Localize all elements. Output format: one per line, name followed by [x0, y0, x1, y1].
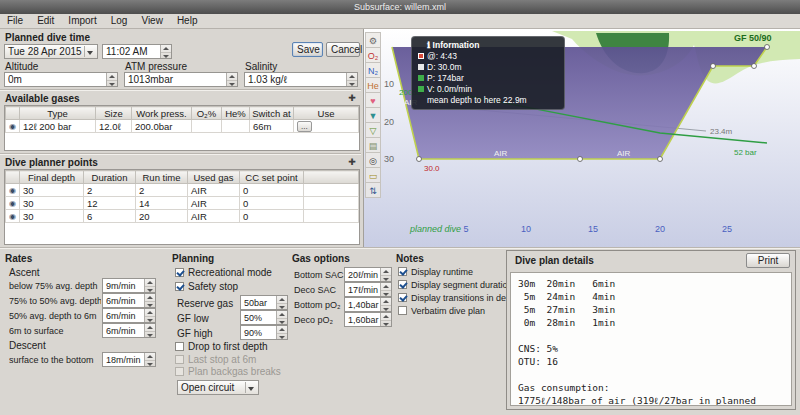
- profile-waypoint-handle[interactable]: [711, 64, 716, 69]
- dc-ceiling-icon[interactable]: ▼: [365, 107, 381, 123]
- cc-set-point-cell[interactable]: 0: [240, 197, 304, 210]
- circuit-mode-dropdown[interactable]: Open circuit: [177, 380, 259, 395]
- spinner-arrows-icon[interactable]: [144, 324, 155, 337]
- gf-high-spinner[interactable]: 90%: [240, 325, 288, 340]
- used-gas-cell[interactable]: AIR: [188, 197, 240, 210]
- menu-import[interactable]: Import: [61, 14, 103, 28]
- gf-low-spinner[interactable]: 50%: [240, 310, 288, 325]
- photos-icon[interactable]: ◎: [365, 152, 381, 168]
- graph-settings-icon[interactable]: ⚙: [365, 32, 381, 48]
- spinner-arrows-icon[interactable]: [160, 45, 171, 58]
- ascent-rate-75-spinner[interactable]: 9m/min: [102, 278, 156, 293]
- gas-use-cell[interactable]: ...: [294, 120, 359, 133]
- gas-col-type[interactable]: Type: [20, 107, 96, 120]
- ascent-rate-stops-spinner[interactable]: 6m/min: [102, 308, 156, 323]
- gas-col-size[interactable]: Size: [96, 107, 132, 120]
- menu-help[interactable]: Help: [170, 14, 205, 28]
- duration-cell[interactable]: 2: [84, 184, 136, 197]
- gas-col-workpress[interactable]: Work press.: [132, 107, 192, 120]
- menu-log[interactable]: Log: [104, 14, 135, 28]
- gas-table-row[interactable]: ◉ 12ℓ 200 bar 12.0ℓ 200.0bar 66m ...: [6, 120, 359, 133]
- run-time-cell[interactable]: 20: [136, 210, 188, 223]
- scale-icon[interactable]: ⇅: [365, 182, 381, 198]
- spinner-arrows-icon[interactable]: [380, 283, 391, 296]
- recreational-mode-checkbox[interactable]: [175, 268, 184, 277]
- po2-graph-icon[interactable]: O₂: [365, 47, 381, 63]
- calc-ceiling-icon[interactable]: ▽: [365, 122, 381, 138]
- save-button[interactable]: Save: [292, 42, 323, 57]
- altitude-field[interactable]: 0m: [4, 72, 118, 87]
- spinner-arrows-icon[interactable]: [276, 326, 287, 339]
- spinner-arrows-icon[interactable]: [106, 73, 117, 86]
- verbatim-dive-plan-checkbox[interactable]: [398, 306, 407, 315]
- spinner-arrows-icon[interactable]: [380, 298, 391, 311]
- used-gas-cell[interactable]: AIR: [188, 184, 240, 197]
- print-button[interactable]: Print: [746, 253, 790, 268]
- gas-col-he[interactable]: He%: [222, 107, 250, 120]
- tissues-icon[interactable]: ▤: [365, 137, 381, 153]
- gas-col-use[interactable]: Use: [294, 107, 359, 120]
- atm-pressure-field[interactable]: 1013mbar: [124, 72, 238, 87]
- add-planner-point-button[interactable]: ✚: [346, 156, 358, 168]
- spinner-arrows-icon[interactable]: [380, 313, 391, 326]
- profile-waypoint-handle[interactable]: [578, 157, 583, 162]
- gas-switch-at-cell[interactable]: 66m: [250, 120, 294, 133]
- duration-cell[interactable]: 6: [84, 210, 136, 223]
- salinity-field[interactable]: 1.03 kg/ℓ: [244, 72, 358, 87]
- spinner-arrows-icon[interactable]: [144, 279, 155, 292]
- cc-set-point-cell[interactable]: 0: [240, 210, 304, 223]
- used-gas-cell[interactable]: AIR: [188, 210, 240, 223]
- deco-sac-spinner[interactable]: 17ℓ/min: [344, 282, 392, 297]
- menu-view[interactable]: View: [134, 14, 170, 28]
- menu-file[interactable]: File: [0, 14, 30, 28]
- spinner-arrows-icon[interactable]: [276, 311, 287, 324]
- reserve-gas-spinner[interactable]: 50bar: [240, 295, 288, 310]
- drop-to-first-depth-checkbox[interactable]: [175, 342, 184, 351]
- gas-size-cell[interactable]: 12.0ℓ: [96, 120, 132, 133]
- point-col-run-time[interactable]: Run time: [136, 171, 188, 184]
- gas-type-cell[interactable]: 12ℓ 200 bar: [20, 120, 96, 133]
- phe-graph-icon[interactable]: He: [365, 77, 381, 93]
- display-segment-duration-checkbox[interactable]: [398, 280, 407, 289]
- spinner-arrows-icon[interactable]: [144, 309, 155, 322]
- spinner-arrows-icon[interactable]: [144, 294, 155, 307]
- point-col-duration[interactable]: Duration: [84, 171, 136, 184]
- more-icon[interactable]: ...: [297, 121, 312, 132]
- spinner-arrows-icon[interactable]: [144, 353, 155, 366]
- profile-waypoint-handle[interactable]: [752, 64, 757, 69]
- delete-point-icon[interactable]: ◉: [9, 199, 16, 208]
- gas-o2-cell[interactable]: [192, 120, 222, 133]
- final-depth-cell[interactable]: 30: [20, 210, 84, 223]
- ascent-rate-last6m-spinner[interactable]: 6m/min: [102, 323, 156, 338]
- add-gas-button[interactable]: ✚: [346, 92, 358, 104]
- chevron-down-icon[interactable]: [84, 46, 96, 57]
- delete-gas-icon[interactable]: ◉: [9, 122, 16, 131]
- planner-point-row[interactable]: ◉ 30 12 14 AIR 0: [6, 197, 359, 210]
- delete-point-icon[interactable]: ◉: [9, 212, 16, 221]
- cancel-button[interactable]: Cancel: [326, 42, 360, 57]
- spinner-arrows-icon[interactable]: [380, 268, 391, 281]
- spinner-arrows-icon[interactable]: [346, 73, 357, 86]
- run-time-cell[interactable]: 14: [136, 197, 188, 210]
- final-depth-cell[interactable]: 30: [20, 184, 84, 197]
- display-transitions-checkbox[interactable]: [398, 293, 407, 302]
- safety-stop-checkbox[interactable]: [175, 282, 184, 291]
- gas-he-cell[interactable]: [222, 120, 250, 133]
- gas-workpress-cell[interactable]: 200.0bar: [132, 120, 192, 133]
- delete-point-icon[interactable]: ◉: [9, 186, 16, 195]
- heart-rate-icon[interactable]: ♥: [365, 92, 381, 108]
- planner-point-row[interactable]: ◉ 30 6 20 AIR 0: [6, 210, 359, 223]
- duration-cell[interactable]: 12: [84, 197, 136, 210]
- dive-time-spinner[interactable]: 11:02 AM: [102, 44, 172, 59]
- bottom-sac-spinner[interactable]: 20ℓ/min: [344, 267, 392, 282]
- descent-rate-spinner[interactable]: 18m/min: [102, 352, 156, 367]
- ruler-icon[interactable]: ▭: [365, 167, 381, 183]
- menu-edit[interactable]: Edit: [30, 14, 61, 28]
- planner-point-row[interactable]: ◉ 30 2 2 AIR 0: [6, 184, 359, 197]
- pn2-graph-icon[interactable]: N₂: [365, 62, 381, 78]
- gas-col-switch-at[interactable]: Switch at: [250, 107, 294, 120]
- display-runtime-checkbox[interactable]: [398, 267, 407, 276]
- cc-set-point-cell[interactable]: 0: [240, 184, 304, 197]
- profile-waypoint-handle[interactable]: [658, 157, 663, 162]
- ascent-rate-50-spinner[interactable]: 6m/min: [102, 293, 156, 308]
